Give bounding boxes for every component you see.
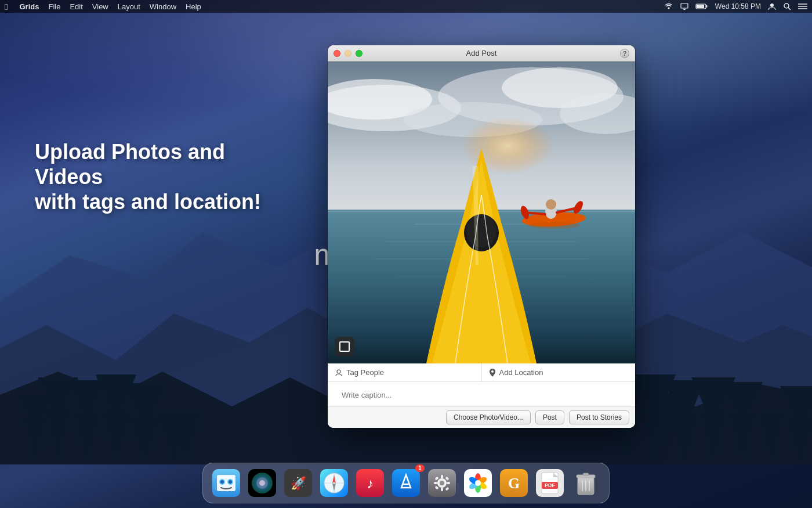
dock-item-siri[interactable]	[246, 467, 278, 499]
music-icon: ♪	[356, 469, 384, 497]
bottom-controls: Tag People Add Location Choose Photo/Vid…	[328, 363, 635, 428]
app-window: Add Post ?	[328, 45, 635, 428]
svg-point-74	[259, 480, 265, 486]
title-bar: Add Post ?	[328, 45, 635, 62]
svg-text:🚀: 🚀	[291, 475, 307, 491]
menubar-time: Wed 10:58 PM	[715, 2, 761, 10]
trash-icon	[572, 469, 600, 497]
photos-icon	[464, 469, 492, 497]
svg-point-34	[784, 3, 789, 8]
menubar:  Grids File Edit View Layout Window Hel…	[0, 0, 812, 13]
add-location-button[interactable]: Add Location	[482, 363, 636, 381]
svg-rect-95	[447, 482, 450, 484]
siri-icon	[248, 469, 276, 497]
svg-text:PDF: PDF	[545, 482, 556, 488]
dock: 🚀	[202, 463, 610, 503]
minimize-button[interactable]	[345, 50, 351, 57]
finder-icon	[212, 469, 240, 497]
appstore-badge: 1	[415, 464, 425, 472]
svg-point-33	[770, 3, 774, 7]
safari-icon	[320, 469, 348, 497]
menubar-view[interactable]: View	[92, 2, 108, 11]
svg-point-63	[337, 370, 340, 373]
tag-people-button[interactable]: Tag People	[328, 363, 482, 381]
dock-item-launchpad[interactable]: 🚀	[282, 467, 314, 499]
svg-text:♪: ♪	[367, 475, 374, 491]
menubar-file[interactable]: File	[48, 2, 60, 11]
post-to-stories-button[interactable]: Post to Stories	[569, 410, 629, 424]
svg-rect-118	[583, 473, 589, 475]
svg-marker-24	[722, 382, 763, 433]
tag-people-label: Tag People	[346, 368, 384, 377]
maximize-button[interactable]	[356, 50, 362, 57]
tag-location-bar: Tag People Add Location	[328, 363, 635, 382]
dock-item-safari[interactable]	[318, 467, 350, 499]
choose-photo-button[interactable]: Choose Photo/Video...	[446, 410, 531, 424]
battery-icon	[695, 3, 708, 10]
system-prefs-icon	[428, 469, 456, 497]
user-icon[interactable]	[768, 2, 776, 10]
svg-marker-25	[757, 411, 786, 464]
promo-heading: Upload Photos and Videos with tags and l…	[35, 139, 278, 215]
dock-item-finder[interactable]	[210, 467, 242, 499]
action-bar: Choose Photo/Video... Post Post to Stori…	[328, 407, 635, 428]
svg-rect-94	[434, 482, 437, 484]
svg-rect-31	[697, 5, 704, 8]
svg-point-70	[229, 480, 232, 484]
menubar-window[interactable]: Window	[150, 2, 176, 11]
menubar-left:  Grids File Edit View Layout Window Hel…	[5, 2, 664, 12]
svg-rect-92	[441, 475, 443, 478]
svg-point-62	[466, 215, 496, 247]
wifi-icon[interactable]	[664, 3, 673, 10]
add-location-label: Add Location	[499, 368, 543, 377]
caption-field-wrapper	[328, 382, 635, 407]
menubar-edit[interactable]: Edit	[70, 2, 82, 11]
svg-point-69	[220, 480, 224, 484]
caption-input[interactable]	[335, 385, 628, 404]
svg-rect-93	[441, 488, 443, 491]
svg-marker-8	[68, 380, 106, 430]
dock-item-photos[interactable]	[462, 467, 494, 499]
svg-rect-28	[681, 3, 688, 8]
dock-item-system-prefs[interactable]	[426, 467, 458, 499]
help-button[interactable]: ?	[620, 49, 629, 58]
traffic-lights	[334, 50, 362, 57]
dock-item-music[interactable]: ♪	[354, 467, 386, 499]
appstore-icon	[392, 469, 420, 497]
promo-text-block: Upload Photos and Videos with tags and l…	[35, 139, 278, 215]
menubar-right: Wed 10:58 PM	[664, 2, 807, 10]
crop-filter-button[interactable]	[335, 337, 354, 356]
svg-text:G: G	[508, 475, 520, 492]
list-icon[interactable]	[798, 3, 807, 10]
window-title: Add Post	[466, 49, 497, 57]
menubar-layout[interactable]: Layout	[118, 2, 140, 11]
svg-point-91	[440, 481, 444, 485]
menubar-help[interactable]: Help	[186, 2, 201, 11]
svg-line-35	[788, 8, 791, 10]
svg-rect-32	[706, 5, 707, 8]
svg-point-60	[528, 222, 580, 229]
launchpad-icon: 🚀	[284, 469, 312, 497]
dock-item-trash[interactable]	[570, 467, 602, 499]
svg-point-55	[546, 199, 556, 210]
photo-area	[328, 62, 635, 363]
svg-marker-29	[683, 9, 686, 10]
menubar-app-name[interactable]: Grids	[19, 2, 39, 11]
search-icon[interactable]	[783, 2, 791, 10]
dock-item-appstore[interactable]: 1	[390, 467, 422, 499]
crop-icon	[339, 341, 350, 352]
dock-item-grammarly[interactable]: G	[498, 467, 530, 499]
airplay-icon[interactable]	[680, 3, 688, 10]
location-icon	[489, 369, 496, 377]
svg-point-107	[475, 480, 481, 486]
pdf-icon: PDF	[536, 469, 564, 497]
apple-menu-icon[interactable]: 	[5, 2, 8, 12]
grammarly-icon: G	[500, 469, 528, 497]
post-button[interactable]: Post	[535, 410, 564, 424]
dock-item-pdf[interactable]: PDF	[534, 467, 566, 499]
background-kayaker	[328, 62, 635, 363]
svg-point-64	[491, 370, 494, 373]
tag-icon	[335, 369, 343, 377]
close-button[interactable]	[334, 50, 340, 57]
